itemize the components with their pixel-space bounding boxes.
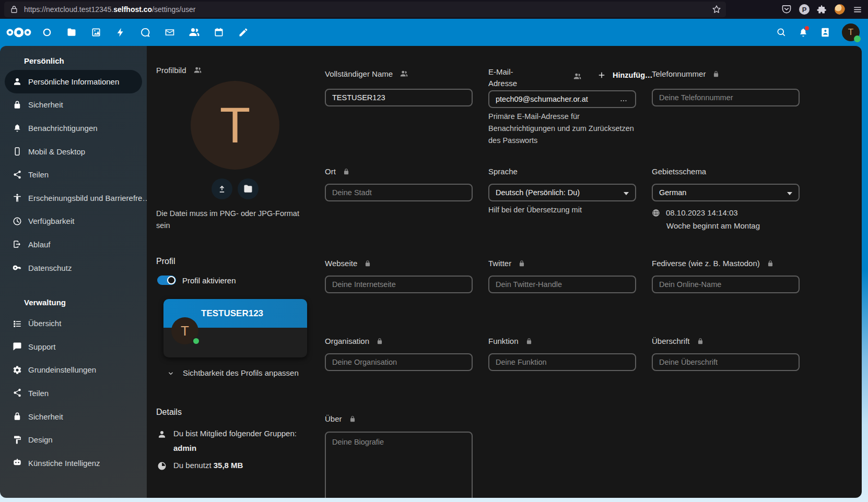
role-input[interactable]: [488, 353, 636, 371]
choose-from-files-button[interactable]: [238, 178, 259, 199]
scope-users-icon[interactable]: [400, 69, 408, 78]
locale-select[interactable]: German: [652, 184, 800, 201]
gear-icon: [13, 365, 22, 375]
paint-roller-icon: [13, 435, 22, 445]
profile-visibility-link[interactable]: Sichtbarkeit des Profils anpassen: [167, 368, 299, 377]
sidebar-item-overview[interactable]: Übersicht: [5, 312, 142, 335]
toggle-switch[interactable]: [157, 276, 176, 285]
full-name-label: Vollständiger Name: [325, 69, 408, 78]
sidebar-item-flow[interactable]: Ablauf: [5, 233, 142, 256]
sidebar-item-security[interactable]: Sicherheit: [5, 93, 142, 117]
talk-icon[interactable]: [139, 26, 151, 39]
location-input[interactable]: [325, 184, 473, 201]
sidebar-item-availability[interactable]: Verfügbarkeit: [5, 210, 142, 233]
profile-preview-card[interactable]: TESTUSER123 T: [163, 299, 307, 357]
theme-icon[interactable]: [835, 4, 845, 15]
full-name-input[interactable]: [325, 89, 473, 106]
phone-input[interactable]: [652, 89, 800, 106]
sidebar-item-mobile-desktop[interactable]: Mobil & Desktop: [5, 140, 142, 163]
sidebar-item-admin-sharing[interactable]: Teilen: [5, 381, 142, 405]
scope-lock-icon[interactable]: [697, 338, 704, 345]
chevron-down-icon: [167, 369, 175, 377]
screen: https://nextcloud.test12345.selfhost.co/…: [0, 0, 868, 502]
add-email-button[interactable]: Hinzufüg…: [597, 70, 653, 80]
scope-lock-icon[interactable]: [376, 338, 383, 345]
notifications-bell-icon[interactable]: [798, 27, 808, 38]
scope-lock-icon[interactable]: [364, 260, 371, 267]
online-status-dot: [192, 337, 200, 345]
phone-icon: [13, 147, 22, 156]
sidebar-item-theming[interactable]: Design: [5, 428, 142, 451]
avatar-letter: T: [848, 27, 853, 38]
pocket-icon[interactable]: [781, 4, 792, 15]
scope-lock-icon[interactable]: [518, 260, 525, 267]
chat-icon: [13, 342, 22, 351]
files-icon[interactable]: [65, 26, 78, 39]
bell-icon: [13, 123, 22, 133]
week-start-note: Woche beginnt am Montag: [666, 221, 760, 230]
accessibility-icon: [13, 193, 22, 202]
sidebar-item-appearance[interactable]: Erscheinungsbild und Barrierefre…: [5, 186, 142, 210]
scope-lock-icon[interactable]: [767, 260, 774, 267]
calendar-icon[interactable]: [213, 26, 225, 39]
sidebar-item-sharing[interactable]: Teilen: [5, 163, 142, 186]
user-avatar[interactable]: T: [842, 23, 860, 41]
activity-icon[interactable]: [114, 26, 127, 39]
share-icon: [13, 388, 22, 398]
profile-section-title: Profil: [156, 257, 175, 266]
lock-icon: [13, 100, 22, 110]
location-label: Ort: [325, 167, 350, 176]
sidebar-item-privacy[interactable]: Datenschutz: [5, 256, 142, 280]
extensions-puzzle-icon[interactable]: [817, 4, 827, 15]
sidebar-item-ai[interactable]: Künstiche Intelligenz: [5, 451, 142, 475]
sidebar-spacer: [0, 279, 147, 293]
bookmark-star-icon[interactable]: [711, 4, 722, 15]
robot-icon: [13, 458, 22, 468]
organisation-label: Organisation: [325, 337, 383, 345]
sidebar-heading-personal: Persönlich: [0, 51, 147, 70]
address-bar[interactable]: https://nextcloud.test12345.selfhost.co/…: [4, 2, 726, 17]
language-select[interactable]: Deutsch (Persönlich: Du): [488, 184, 636, 201]
header-right: T: [776, 19, 860, 46]
contacts-book-icon[interactable]: [820, 27, 830, 38]
sidebar-item-personal-info[interactable]: Persönliche Informationen: [5, 70, 142, 93]
upload-avatar-button[interactable]: [212, 178, 232, 199]
scope-lock-icon[interactable]: [712, 70, 720, 78]
dashboard-icon[interactable]: [41, 26, 53, 39]
quota-pie-icon: [157, 461, 167, 471]
email-input[interactable]: [488, 90, 636, 108]
photos-icon[interactable]: [90, 26, 102, 39]
scope-lock-icon[interactable]: [349, 415, 356, 423]
twitter-input[interactable]: [488, 276, 636, 293]
organisation-input[interactable]: [325, 353, 473, 371]
plus-icon: [597, 70, 606, 80]
notes-icon[interactable]: [237, 26, 250, 39]
scope-users-icon[interactable]: [193, 66, 202, 75]
fediverse-input[interactable]: [652, 276, 800, 293]
unified-search-icon[interactable]: [776, 27, 787, 38]
menu-hamburger-icon[interactable]: [852, 4, 863, 15]
email-options-dots-icon[interactable]: [619, 96, 628, 105]
sidebar-item-support[interactable]: Support: [5, 335, 142, 358]
flow-icon: [13, 240, 22, 249]
group-membership-row: Du bist Mitglied folgender Gruppen:: [157, 429, 309, 439]
about-textarea[interactable]: [325, 432, 473, 498]
scope-users-icon[interactable]: [573, 72, 582, 81]
headline-input[interactable]: [652, 353, 800, 371]
sidebar-item-notifications[interactable]: Benachrichtigungen: [5, 116, 142, 140]
sidebar-item-admin-security[interactable]: Sicherheit: [5, 405, 142, 428]
scope-lock-icon[interactable]: [343, 168, 350, 175]
person-icon: [157, 429, 167, 439]
profile-card-name: TESTUSER123: [201, 308, 263, 319]
mail-icon[interactable]: [163, 26, 176, 39]
nextcloud-logo[interactable]: [5, 23, 32, 41]
about-label: Über: [325, 414, 356, 423]
profile-picture-avatar: T: [191, 81, 279, 170]
website-input[interactable]: [325, 276, 473, 293]
enable-profile-toggle[interactable]: Profil aktivieren: [157, 276, 236, 285]
privacy-badge-icon[interactable]: P: [799, 4, 810, 15]
contacts-icon[interactable]: [188, 26, 201, 39]
notification-badge: [805, 26, 809, 30]
scope-lock-icon[interactable]: [525, 338, 533, 345]
sidebar-item-basic-settings[interactable]: Grundeinstellungen: [5, 358, 142, 382]
